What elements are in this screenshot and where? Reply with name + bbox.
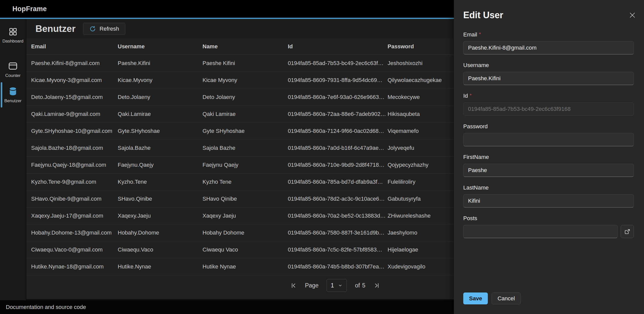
cell-username: Qaki.Lamirae bbox=[118, 111, 203, 117]
edit-user-drawer: Edit User Email * Username Id * bbox=[454, 0, 644, 314]
required-asterisk: * bbox=[479, 31, 481, 37]
field-lastname: LastName bbox=[463, 184, 634, 207]
cell-name: Kicae Myvony bbox=[203, 77, 288, 83]
cell-email: Qaki.Lamirae-9@gmail.com bbox=[26, 111, 118, 117]
open-external-icon bbox=[624, 228, 631, 235]
password-field[interactable] bbox=[463, 133, 634, 146]
field-email: Email * bbox=[463, 31, 634, 54]
first-page-icon[interactable] bbox=[290, 282, 297, 289]
email-field[interactable] bbox=[463, 41, 634, 54]
cancel-button[interactable]: Cancel bbox=[492, 292, 520, 304]
cell-email: Faejynu.Qaejy-18@gmail.com bbox=[26, 162, 118, 168]
sidebar-item-counter[interactable]: Counter bbox=[0, 59, 26, 80]
cell-email: Kyzho.Tene-9@gmail.com bbox=[26, 179, 118, 185]
page-title: Benutzer bbox=[35, 24, 75, 34]
cell-name: Xaqexy Jaeju bbox=[203, 213, 288, 219]
cell-email: Sajola.Bazhe-18@gmail.com bbox=[26, 145, 118, 151]
posts-label: Posts bbox=[463, 215, 477, 222]
total-pages: 5 bbox=[362, 282, 366, 289]
sidebar-item-dashboard[interactable]: Dashboard bbox=[0, 25, 26, 46]
required-asterisk: * bbox=[470, 93, 472, 98]
cell-email: Hutike.Nynae-18@gmail.com bbox=[26, 263, 118, 270]
firstname-label: FirstName bbox=[463, 154, 489, 160]
cell-id: 0194fa85-860a-785a-bd7d-dfab9a3f… bbox=[288, 179, 388, 185]
field-firstname: FirstName bbox=[463, 154, 634, 177]
cell-id: 0194fa85-860a-74b5-b8bd-307bf7ea… bbox=[288, 263, 388, 270]
grid-icon bbox=[8, 27, 18, 37]
cell-username: Ciwaequ.Vaco bbox=[118, 246, 203, 253]
column-header-email: Email bbox=[26, 43, 118, 50]
refresh-label: Refresh bbox=[99, 26, 119, 32]
cell-id: 0194fa85-860a-7a0d-b16f-6c47a9ae… bbox=[288, 145, 388, 151]
cell-id: 0194fa85-8609-7931-8ffa-9d54dc69… bbox=[288, 77, 388, 83]
current-page: 1 bbox=[331, 282, 334, 289]
cell-username: Xaqexy.Jaeju bbox=[118, 213, 203, 219]
lastname-field[interactable] bbox=[463, 194, 634, 207]
cell-name: Hobahy Dohome bbox=[203, 229, 288, 236]
cell-username: Deto.Jolaeny bbox=[118, 94, 203, 100]
cell-username: Kyzho.Tene bbox=[118, 179, 203, 185]
cell-name: SHavo Qinibe bbox=[203, 196, 288, 202]
cell-name: Kyzho Tene bbox=[203, 179, 288, 185]
app-root: HopFrame Dashboard Counter bbox=[0, 0, 644, 314]
cell-id: 0194fa85-860a-70a2-be52-0c13883d… bbox=[288, 213, 388, 219]
close-button[interactable] bbox=[627, 10, 637, 20]
cell-username: Kicae.Myvony bbox=[118, 77, 203, 83]
firstname-field[interactable] bbox=[463, 164, 634, 177]
cell-id: 0194fa85-860a-7e6f-93a0-626e9663… bbox=[288, 94, 388, 100]
refresh-button[interactable]: Refresh bbox=[83, 23, 125, 35]
open-posts-button[interactable] bbox=[621, 225, 634, 238]
cell-name: Faejynu Qaejy bbox=[203, 162, 288, 168]
cell-email: Kicae.Myvony-3@gmail.com bbox=[26, 77, 118, 83]
documentation-link[interactable]: Documentation and source code bbox=[6, 304, 86, 310]
column-header-username: Username bbox=[118, 43, 203, 50]
field-username: Username bbox=[463, 62, 634, 85]
cell-username: Gyte.SHyhoshae bbox=[118, 128, 203, 134]
cell-name: Ciwaequ Vaco bbox=[203, 246, 288, 253]
cell-name: Paeshe Kifini bbox=[203, 60, 288, 67]
column-header-id: Id bbox=[288, 43, 388, 50]
refresh-icon bbox=[89, 26, 96, 32]
field-label: FirstName bbox=[463, 154, 634, 160]
lastname-label: LastName bbox=[463, 184, 489, 191]
field-posts: Posts bbox=[463, 215, 634, 238]
id-field bbox=[463, 102, 634, 116]
cell-email: Deto.Jolaeny-15@gmail.com bbox=[26, 94, 118, 100]
cell-name: Gyte SHyhoshae bbox=[203, 128, 288, 134]
page-count: of 5 bbox=[355, 282, 365, 289]
username-field[interactable] bbox=[463, 72, 634, 85]
drawer-title: Edit User bbox=[463, 10, 634, 21]
sidebar-item-benutzer[interactable]: Benutzer bbox=[0, 84, 26, 106]
field-label: Posts bbox=[463, 215, 634, 222]
cell-username: Hutike.Nynae bbox=[118, 263, 203, 270]
database-icon bbox=[8, 86, 18, 96]
cell-email: Gyte.SHyhoshae-10@gmail.com bbox=[26, 128, 118, 134]
cell-id: 0194fa85-860a-710e-9bd9-2d8f4718… bbox=[288, 162, 388, 168]
drawer-actions: Save Cancel bbox=[463, 292, 521, 304]
cell-name: Hutike Nynae bbox=[203, 263, 288, 270]
username-label: Username bbox=[463, 62, 489, 69]
window-icon bbox=[8, 61, 18, 71]
chevron-down-icon bbox=[338, 283, 343, 288]
sidebar: Dashboard Counter Benutzer bbox=[0, 19, 26, 300]
cell-name: Deto Jolaeny bbox=[203, 94, 288, 100]
cell-id: 0194fa85-860a-7c5c-82fe-57bf8583… bbox=[288, 246, 388, 253]
cell-email: Ciwaequ.Vaco-0@gmail.com bbox=[26, 246, 118, 253]
cell-username: Hobahy.Dohome bbox=[118, 229, 203, 236]
page-number-dropdown[interactable]: 1 bbox=[327, 279, 347, 292]
column-header-name: Name bbox=[203, 43, 288, 50]
cell-email: Hobahy.Dohome-13@gmail.com bbox=[26, 229, 118, 236]
last-page-icon[interactable] bbox=[373, 282, 380, 289]
save-button[interactable]: Save bbox=[463, 292, 488, 304]
cell-email: SHavo.Qinibe-9@gmail.com bbox=[26, 196, 118, 202]
cell-id: 0194fa85-860a-72aa-88e6-7adeb902… bbox=[288, 111, 388, 117]
field-id: Id * bbox=[463, 93, 634, 116]
sidebar-item-label: Dashboard bbox=[2, 39, 23, 44]
password-label: Password bbox=[463, 123, 488, 130]
cell-username: Faejynu.Qaejy bbox=[118, 162, 203, 168]
field-label: Id * bbox=[463, 93, 634, 99]
posts-field[interactable] bbox=[463, 225, 618, 238]
cell-email: Paeshe.Kifini-8@gmail.com bbox=[26, 60, 118, 67]
cell-username: Sajola.Bazhe bbox=[118, 145, 203, 151]
sidebar-item-label: Counter bbox=[5, 73, 21, 78]
